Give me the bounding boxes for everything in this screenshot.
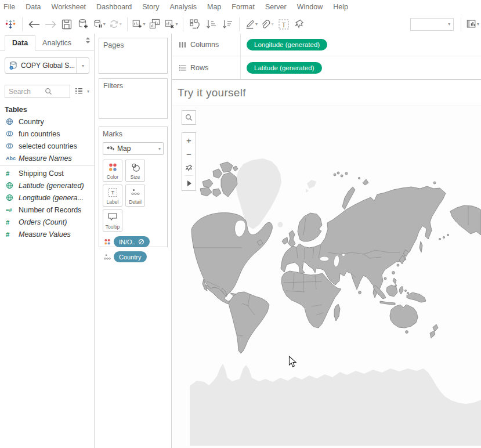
sort-descending-button[interactable] xyxy=(219,16,236,32)
menu-server[interactable]: Server xyxy=(260,3,292,11)
view-options-caret[interactable]: ▾ xyxy=(87,89,89,94)
mark-type-dropdown[interactable]: Map ▾ xyxy=(103,142,164,155)
zoom-out-button[interactable]: − xyxy=(182,147,196,161)
menu-help[interactable]: Help xyxy=(328,3,353,11)
pages-shelf[interactable]: Pages xyxy=(99,38,168,74)
mark-type-caret[interactable]: ▾ xyxy=(158,146,161,151)
abc-icon: Abc xyxy=(6,156,19,161)
field-orders-count[interactable]: # Orders (Count) xyxy=(0,216,94,228)
size-button[interactable]: Size xyxy=(125,160,145,182)
highlight-caret[interactable]: ▾ xyxy=(255,21,258,27)
redo-button[interactable] xyxy=(42,16,59,32)
expand-controls-button[interactable] xyxy=(182,176,196,190)
worksheet-pane: Columns Longitude (generated) Rows Latit… xyxy=(172,34,481,448)
search-icon xyxy=(185,114,193,121)
columns-shelf[interactable]: Columns Longitude (generated) xyxy=(172,34,481,56)
triangle-right-icon xyxy=(187,180,191,186)
highlight-button[interactable]: ▾ xyxy=(243,16,259,32)
menu-window[interactable]: Window xyxy=(292,3,328,11)
antarctica xyxy=(190,364,481,446)
fit-selector[interactable]: ▾ xyxy=(410,18,454,31)
map-view[interactable]: + − xyxy=(172,106,481,448)
show-mark-labels-button[interactable]: T xyxy=(276,16,292,32)
set-pill-icon xyxy=(138,239,144,245)
swap-rows-columns-button[interactable] xyxy=(187,16,203,32)
zoom-home-pin-button[interactable] xyxy=(182,161,196,175)
tooltip-button[interactable]: Tooltip xyxy=(103,209,122,232)
pill-in-out-set[interactable]: IN/O.. xyxy=(114,236,150,247)
show-me-caret[interactable]: ▾ xyxy=(477,21,479,27)
menu-format[interactable]: Format xyxy=(226,3,260,11)
run-update-button[interactable]: ▾ xyxy=(107,16,124,32)
run-update-caret[interactable]: ▾ xyxy=(120,21,122,27)
set-icon xyxy=(6,130,19,138)
fix-axes-button[interactable] xyxy=(292,16,308,32)
worksheet-title[interactable]: Try it yourself xyxy=(172,86,246,99)
clear-sheet-caret[interactable]: ▾ xyxy=(175,21,178,27)
menu-worksheet[interactable]: Worksheet xyxy=(46,3,92,11)
rows-label: Rows xyxy=(190,64,208,72)
new-worksheet-button[interactable]: ▾ xyxy=(131,16,147,32)
rows-icon xyxy=(179,64,186,71)
sort-ascending-button[interactable] xyxy=(203,16,219,32)
auto-number-icon: =# xyxy=(6,207,19,213)
label-button[interactable]: T Label xyxy=(103,185,122,207)
field-measure-values[interactable]: # Measure Values xyxy=(0,228,94,240)
field-latitude-generated[interactable]: Latitude (generated) xyxy=(0,179,94,192)
menu-dashboard[interactable]: Dashboard xyxy=(91,3,137,11)
color-button[interactable]: Color xyxy=(103,160,122,182)
field-selected-countries[interactable]: selected countries xyxy=(0,140,94,152)
pill-longitude-generated[interactable]: Longitude (generated) xyxy=(247,39,327,50)
menu-data[interactable]: Data xyxy=(20,3,46,11)
map-search-button[interactable] xyxy=(182,110,196,125)
show-me-button[interactable]: ▾ xyxy=(465,16,481,32)
tables-header: Tables xyxy=(5,106,89,114)
menu-map[interactable]: Map xyxy=(202,3,226,11)
field-search[interactable] xyxy=(5,85,70,98)
mouse-cursor xyxy=(288,356,297,368)
new-worksheet-caret[interactable]: ▾ xyxy=(143,21,145,27)
search-icon xyxy=(45,88,52,95)
field-search-input[interactable] xyxy=(9,88,45,96)
datasource-selector[interactable]: COPY Global S... ▾ xyxy=(5,57,89,74)
tab-data[interactable]: Data xyxy=(5,35,35,51)
datasource-name: COPY Global S... xyxy=(21,62,76,70)
menu-story[interactable]: Story xyxy=(137,3,164,11)
zoom-in-button[interactable]: + xyxy=(182,133,196,147)
dimension-measure-divider xyxy=(0,165,94,166)
filters-label: Filters xyxy=(103,82,163,90)
pill-country[interactable]: Country xyxy=(114,251,147,262)
group-by-folder-icon[interactable] xyxy=(75,86,83,97)
filters-shelf[interactable]: Filters xyxy=(99,78,168,119)
tab-analytics[interactable]: Analytics xyxy=(35,36,78,50)
rows-shelf[interactable]: Rows Latitude (generated) xyxy=(172,56,481,80)
pane-sort-icon[interactable] xyxy=(85,35,91,50)
number-icon: # xyxy=(6,170,19,177)
duplicate-sheet-button[interactable] xyxy=(147,16,163,32)
pause-auto-updates-caret[interactable]: ▾ xyxy=(103,21,106,27)
field-fun-countries[interactable]: fun countries xyxy=(0,128,94,140)
menu-file[interactable]: File xyxy=(0,3,20,11)
pill-latitude-generated[interactable]: Latitude (generated) xyxy=(247,62,322,74)
undo-button[interactable] xyxy=(26,16,42,32)
fit-selector-caret[interactable]: ▾ xyxy=(448,21,450,27)
group-members-button[interactable]: ▾ xyxy=(259,16,276,32)
field-country[interactable]: Country xyxy=(0,115,94,128)
datasource-caret[interactable]: ▾ xyxy=(76,58,89,73)
field-measure-names[interactable]: Abc Measure Names xyxy=(0,152,94,164)
data-pane: Data Analytics COPY Global S... ▾ ▾ Tabl… xyxy=(0,34,95,448)
pause-auto-updates-button[interactable]: ▾ xyxy=(91,16,107,32)
detail-button[interactable]: Detail xyxy=(125,185,145,207)
clear-sheet-button[interactable]: ▾ xyxy=(163,16,179,32)
save-button[interactable] xyxy=(59,16,75,32)
menu-analysis[interactable]: Analysis xyxy=(164,3,202,11)
group-members-caret[interactable]: ▾ xyxy=(271,21,273,27)
map-zoom-controls: + − xyxy=(182,132,196,191)
field-longitude-generated[interactable]: Longitude (genera... xyxy=(0,192,94,204)
worksheet-title-row: Try it yourself xyxy=(172,80,481,106)
detail-shelf-icon xyxy=(103,254,112,261)
field-shipping-cost[interactable]: # Shipping Cost xyxy=(0,167,94,179)
world-map[interactable] xyxy=(172,106,481,448)
field-number-of-records[interactable]: =# Number of Records xyxy=(0,204,94,216)
new-data-source-button[interactable] xyxy=(75,16,91,32)
